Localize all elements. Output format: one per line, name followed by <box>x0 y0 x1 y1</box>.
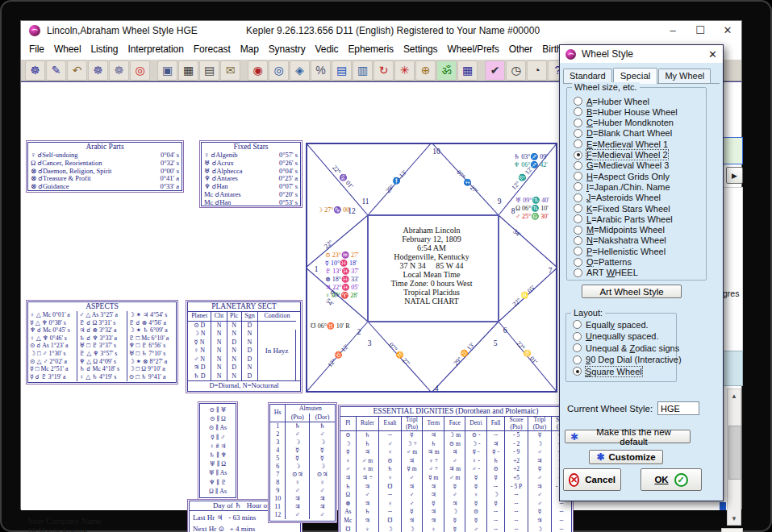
current-wheel-style-input[interactable] <box>657 401 699 415</box>
radio-option-equally-spaced[interactable]: Equally spaced. <box>573 319 649 330</box>
radio-option-b-huber-house-wheel[interactable]: B=Huber House Wheel <box>574 106 678 117</box>
wheel-style-dialog: Wheel Style ✕ StandardSpecialMy Wheel Wh… <box>559 44 724 501</box>
tab-special[interactable]: Special <box>613 68 658 84</box>
cancel-button[interactable]: ✕Cancel <box>563 468 621 491</box>
tab-standard[interactable]: Standard <box>563 69 612 83</box>
menu-item-wheelprefs[interactable]: Wheel/Prefs <box>442 41 503 57</box>
svg-text:6:54 AM: 6:54 AM <box>417 243 446 252</box>
ratio-icon[interactable]: % <box>311 60 331 81</box>
svg-text:⊙ 23°♒ 27': ⊙ 23°♒ 27' <box>325 251 359 259</box>
menu-item-listing[interactable]: Listing <box>86 41 123 57</box>
menu-item-wheel[interactable]: Wheel <box>49 41 86 57</box>
radio-option-a-huber-wheel[interactable]: A=Huber Wheel <box>574 96 649 106</box>
menu-item-settings[interactable]: Settings <box>399 41 443 57</box>
svg-text:♀ 07°♈ 28': ♀ 07°♈ 28' <box>325 291 358 299</box>
menu-item-synastry[interactable]: Synastry <box>264 41 311 57</box>
maximize-button[interactable]: ☐ <box>686 22 714 39</box>
svg-text:1: 1 <box>315 265 319 273</box>
asterisk-icon: ✱ <box>570 431 578 443</box>
radio-option-n-nakshatra-wheel[interactable]: N=Nakshatra Wheel <box>574 235 666 246</box>
wheel-edit-icon[interactable]: ✎ <box>46 60 66 81</box>
wheel-size-group: Wheel size, etc. A=Huber WheelB=Huber Ho… <box>566 87 707 281</box>
save-icon[interactable]: ▦ <box>178 60 198 81</box>
radio-option-unequal-zodiac-signs[interactable]: Unequal & Zodiac signs <box>573 343 679 353</box>
svg-text:8: 8 <box>511 207 515 215</box>
scroll-down-arrow[interactable]: ▼ <box>728 512 741 525</box>
radio-option-d-blank-chart-wheel[interactable]: D=Blank Chart Wheel <box>574 128 672 139</box>
make-default-button[interactable]: ✱Make this the new default <box>565 430 691 443</box>
wheel-pick-icon[interactable]: ☸ <box>88 60 108 81</box>
clock-icon[interactable]: ◷ <box>506 60 526 81</box>
svg-text:12° ♏ 12': 12° ♏ 12' <box>510 164 535 191</box>
radio-option-90-deg-dial-interactive[interactable]: 90 Deg Dial (Interactive) <box>573 355 682 365</box>
radio-option-k-fixed-stars-wheel[interactable]: K=Fixed Stars Wheel <box>574 203 670 214</box>
radio-option-square-wheel[interactable]: Square Wheel <box>573 366 642 376</box>
radio-option-i-japan-chin-name[interactable]: I=Japan./Chin. Name <box>574 181 670 192</box>
wheel-target-icon[interactable]: ◎ <box>269 60 289 81</box>
radio-option-unequally-spaced[interactable]: Unequally spaced. <box>573 331 659 342</box>
svg-text:Local Mean Time: Local Mean Time <box>403 270 461 279</box>
mail-icon[interactable]: ✉ <box>220 60 240 81</box>
tab-my-wheel[interactable]: My Wheel <box>658 69 711 83</box>
scrollbar-thumb[interactable] <box>728 426 741 480</box>
radio-option-f-medieval-wheel-2[interactable]: F=Medieval Wheel 2 <box>574 150 668 160</box>
svg-text:♆ 06°♐ 42': ♆ 06°♐ 42' <box>514 160 548 168</box>
menu-item-ephemeris[interactable]: Ephemeris <box>343 41 398 57</box>
art-wheel-style-button[interactable]: Art Wheel Style <box>582 285 682 298</box>
copy-pages-icon[interactable]: ▥ <box>353 60 373 81</box>
dialog-close-icon[interactable]: ✕ <box>708 48 717 60</box>
listing-icon[interactable]: ▤ <box>332 60 352 81</box>
menu-item-map[interactable]: Map <box>236 41 264 57</box>
radio-option-l-arabic-parts-wheel[interactable]: L=Arabic Parts Wheel <box>574 214 673 224</box>
radio-option-p-hellenistic-wheel[interactable]: P=Hellenistic Wheel <box>574 246 666 256</box>
sect-footer: D=Diurnal, N=Nocturnal <box>188 380 300 390</box>
svg-text:Abraham Lincoln: Abraham Lincoln <box>403 226 461 235</box>
check-icon[interactable]: ✔ <box>485 60 505 81</box>
radio-option-q-patterns[interactable]: Q=Patterns <box>574 257 632 268</box>
om-icon[interactable]: ॐ <box>436 60 457 81</box>
menu-item-forecast[interactable]: Forecast <box>189 41 236 57</box>
close-button[interactable]: ✕ <box>714 22 741 39</box>
minimize-button[interactable]: – <box>659 22 686 39</box>
svg-text:⊗ 18°♓ 33': ⊗ 18°♓ 33' <box>325 275 359 283</box>
aspect-column: ☽ ✶ ♃ 4°54' s♇ ☌ ⊗ 4°56' a☽ ✶ ♄ 6°09' a♇… <box>127 311 176 381</box>
radio-option-j-asteroids-wheel[interactable]: J=Asteroids Wheel <box>574 193 661 203</box>
svg-text:5: 5 <box>494 339 498 347</box>
biwheel-icon[interactable]: ◈ <box>290 60 310 81</box>
print-icon[interactable]: ▤ <box>199 60 219 81</box>
radio-option-g-medieval-wheel-3[interactable]: G=Medieval Wheel 3 <box>574 160 669 171</box>
chart-window-icon[interactable]: ▣ <box>157 60 177 81</box>
radio-option-m-midpoints-wheel[interactable]: M=Midpoints Wheel <box>574 225 665 235</box>
ok-button[interactable]: OK✓ <box>641 468 702 491</box>
radio-option-h-aspect-grids-only[interactable]: H=Aspect Grids Only <box>574 171 670 181</box>
wheel-undo-icon[interactable]: ↶ <box>67 60 87 81</box>
layout-group: Layout: Equally spaced.Unequally spaced.… <box>565 313 677 382</box>
svg-text:NATAL CHART: NATAL CHART <box>404 297 458 305</box>
wheel-new-icon[interactable]: ☸ <box>25 60 45 81</box>
wheel-red-icon[interactable]: ◉ <box>248 60 268 81</box>
scroll-up-arrow[interactable]: ▲ <box>728 389 741 402</box>
menu-item-interpretation[interactable]: Interpretation <box>123 41 188 57</box>
dialog-tabs: StandardSpecialMy Wheel <box>563 66 720 84</box>
starburst-icon[interactable]: ✳ <box>394 60 415 81</box>
svg-text:10: 10 <box>432 148 440 156</box>
clock-wheel-icon[interactable]: ◔ <box>527 60 547 81</box>
radio-option-c-huber-mondknoten[interactable]: C=Huber Mondknoten <box>574 118 674 128</box>
customize-button[interactable]: ✱Customize <box>589 450 663 464</box>
svg-text:♄ 03°♐ 09': ♄ 03°♐ 09' <box>514 152 548 160</box>
menu-item-file[interactable]: File <box>24 41 49 57</box>
status-fragment <box>721 528 743 532</box>
refresh-icon[interactable]: ↻ <box>373 60 394 81</box>
calendar-icon[interactable]: ▦ <box>457 60 478 81</box>
wheel-view-icon[interactable]: ☸ <box>109 60 129 81</box>
current-wheel-style-label: Current Wheel Style: <box>567 404 653 414</box>
menu-item-vedic[interactable]: Vedic <box>311 41 344 57</box>
clipped-list-text: gres <box>723 289 739 298</box>
vertical-scrollbar[interactable]: ▲ ▼ <box>727 389 741 526</box>
menu-item-other[interactable]: Other <box>504 41 538 57</box>
target-wheel-icon[interactable]: ◎ <box>130 60 150 81</box>
radio-option-e-medieval-wheel-1[interactable]: E=Medieval Wheel 1 <box>574 139 668 149</box>
radio-option-art-wheel[interactable]: ART WHEEL <box>574 268 638 278</box>
expand-arrow-button[interactable]: ▶ <box>726 167 743 184</box>
gift-wheel-icon[interactable]: ⊕ <box>415 60 436 81</box>
